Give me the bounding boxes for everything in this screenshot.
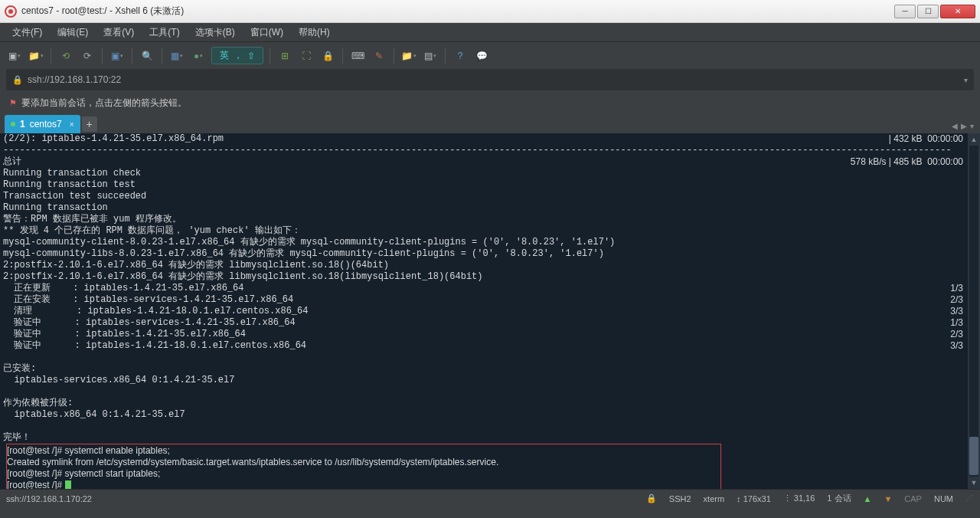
status-address: ssh://192.168.1.170:22: [6, 494, 92, 503]
tab-close-icon[interactable]: ×: [70, 120, 74, 129]
ime-lang: 英: [220, 49, 229, 62]
term-line: 作为依赖被升级:: [3, 398, 977, 409]
term-line: Transaction test succeeded: [3, 191, 977, 202]
hint-bar: ⚑ 要添加当前会话，点击左侧的箭头按钮。: [0, 93, 980, 112]
status-num: NUM: [934, 494, 953, 503]
hint-text: 要添加当前会话，点击左侧的箭头按钮。: [21, 97, 187, 110]
titlebar: centos7 - root@test:/ - Xshell 6 (未激活) ─…: [0, 0, 980, 23]
maximize-button[interactable]: ☐: [917, 5, 939, 18]
term-line: iptables.x86_64 0:1.4.21-35.el7: [3, 409, 977, 421]
term-line: mysql-community-libs-8.0.23-1.el7.x86_64…: [3, 248, 977, 260]
flag-icon: ⚑: [9, 98, 17, 108]
separator: [342, 48, 343, 64]
term-line: 总计: [3, 156, 977, 168]
copy-button[interactable]: ▣: [109, 48, 126, 64]
reconnect-button[interactable]: ⟲: [57, 48, 74, 64]
address-bar[interactable]: 🔒 ssh://192.168.1.170:22 ▾: [6, 69, 974, 90]
status-term: xterm: [704, 494, 725, 503]
tab-next-icon[interactable]: ▶: [961, 122, 967, 130]
term-line: Running transaction test: [3, 179, 977, 191]
color-button[interactable]: ▦: [168, 48, 185, 64]
scroll-up-icon[interactable]: ▲: [968, 133, 980, 146]
term-line: 已安装:: [3, 363, 977, 375]
highlight-button[interactable]: ✎: [371, 48, 387, 64]
tab-strip: 1 centos7 × + ◀ ▶ ▾: [0, 112, 980, 133]
disconnect-button[interactable]: ⟳: [79, 48, 96, 64]
tab-prefix: 1: [20, 119, 25, 130]
term-prompt: [root@test /]#: [7, 480, 720, 489]
separator: [270, 48, 270, 64]
ime-indicator[interactable]: 英 ， ⇧: [211, 47, 263, 64]
status-dot-icon: [11, 122, 15, 126]
term-line: 正在安装 : iptables-services-1.4.21-35.el7.x…: [3, 294, 977, 306]
menu-window[interactable]: 窗口(W): [244, 25, 289, 41]
close-button[interactable]: ✕: [940, 5, 975, 18]
help-button[interactable]: ?: [452, 48, 469, 64]
window-buttons: ─ ☐ ✕: [894, 5, 975, 18]
find-button[interactable]: 🔍: [139, 48, 155, 64]
address-text: ssh://192.168.1.170:22: [28, 74, 959, 85]
window-title: centos7 - root@test:/ - Xshell 6 (未激活): [21, 5, 894, 18]
ime-comma: ，: [234, 49, 243, 62]
toolbar: ▣ 📁 ⟲ ⟳ ▣ 🔍 ▦ ● 英 ， ⇧ ⊞ ⛶ 🔒 ⌨ ✎ 📁 ▤ ? 💬: [0, 41, 980, 69]
separator: [162, 48, 162, 64]
open-session-button[interactable]: 📁: [28, 48, 44, 64]
status-proto: SSH2: [669, 494, 691, 503]
add-tab-button[interactable]: +: [82, 116, 97, 132]
minimize-button[interactable]: ─: [894, 5, 916, 18]
term-line: 2:postfix-2.10.1-6.el7.x86_64 有缺少的需求 lib…: [3, 271, 977, 283]
scroll-down-icon[interactable]: ▼: [968, 477, 980, 489]
scroll-thumb[interactable]: [969, 437, 978, 475]
menu-view[interactable]: 查看(V): [97, 25, 140, 41]
scrollbar[interactable]: ▲ ▼: [968, 133, 980, 489]
lock-icon: 🔒: [646, 493, 657, 503]
folder2-button[interactable]: 📁: [400, 48, 417, 64]
chat-button[interactable]: 💬: [473, 48, 490, 64]
status-pos: ⋮ 31,16: [783, 493, 815, 503]
terminal[interactable]: (2/2): iptables-1.4.21-35.el7.x86_64.rpm…: [0, 133, 980, 489]
term-line: 验证中 : iptables-1.4.21-18.0.1.el7.centos.…: [3, 340, 977, 352]
term-line: 验证中 : iptables-1.4.21-35.el7.x86_64: [3, 329, 977, 340]
layout-button[interactable]: ▤: [422, 48, 439, 64]
lock-button[interactable]: 🔒: [319, 48, 336, 64]
sessions-down-icon[interactable]: ▼: [884, 494, 892, 503]
resize-grip-icon[interactable]: ⋰: [965, 493, 974, 503]
lock-icon: 🔒: [12, 75, 23, 85]
grid-button[interactable]: ⊞: [276, 48, 293, 64]
menu-file[interactable]: 文件(F): [6, 25, 48, 41]
cursor: [65, 480, 71, 489]
menu-tabs[interactable]: 选项卡(B): [189, 25, 241, 41]
term-right-column: | 432 kB 00:00:00 578 kB/s | 485 kB 00:0…: [851, 133, 963, 352]
status-cap: CAP: [904, 494, 922, 503]
new-session-button[interactable]: ▣: [6, 48, 23, 64]
term-line: ** 发现 4 个已存在的 RPM 数据库问题， 'yum check' 输出如…: [3, 225, 977, 237]
scroll-track[interactable]: [969, 146, 978, 477]
term-line: 2:postfix-2.10.1-6.el7.x86_64 有缺少的需求 lib…: [3, 260, 977, 271]
app-logo-icon: [5, 5, 17, 18]
term-line: 警告：RPM 数据库已被非 yum 程序修改。: [3, 214, 977, 225]
menu-tools[interactable]: 工具(T): [143, 25, 185, 41]
sessions-up-icon[interactable]: ▲: [864, 494, 872, 503]
menu-help[interactable]: 帮助(H): [292, 25, 336, 41]
menu-edit[interactable]: 编辑(E): [51, 25, 94, 41]
term-line: 正在更新 : iptables-1.4.21-35.el7.x86_64: [3, 283, 977, 294]
tab-centos7[interactable]: 1 centos7 ×: [5, 115, 80, 133]
separator: [102, 48, 103, 64]
statusbar: ssh://192.168.1.170:22 🔒 SSH2 xterm ↕ 17…: [0, 489, 980, 507]
tab-nav: ◀ ▶ ▾: [952, 122, 974, 130]
tab-label: centos7: [30, 119, 62, 130]
highlight-box: [root@test /]# systemctl enable iptables…: [6, 444, 721, 489]
keyboard-button[interactable]: ⌨: [349, 48, 366, 64]
separator: [51, 48, 51, 64]
term-line: (2/2): iptables-1.4.21-35.el7.x86_64.rpm: [3, 133, 977, 145]
address-dropdown[interactable]: ▾: [964, 76, 968, 84]
term-line: [root@test /]# systemctl enable iptables…: [7, 445, 720, 457]
separator: [394, 48, 394, 64]
term-line: [root@test /]# systemctl start iptables;: [7, 468, 720, 480]
status-size: ↕ 176x31: [737, 494, 771, 503]
tab-list-icon[interactable]: ▾: [970, 122, 974, 130]
fullscreen-button[interactable]: ⛶: [298, 48, 315, 64]
globe-button[interactable]: ●: [190, 48, 207, 64]
tab-prev-icon[interactable]: ◀: [952, 122, 958, 130]
term-line: 验证中 : iptables-services-1.4.21-35.el7.x8…: [3, 317, 977, 329]
